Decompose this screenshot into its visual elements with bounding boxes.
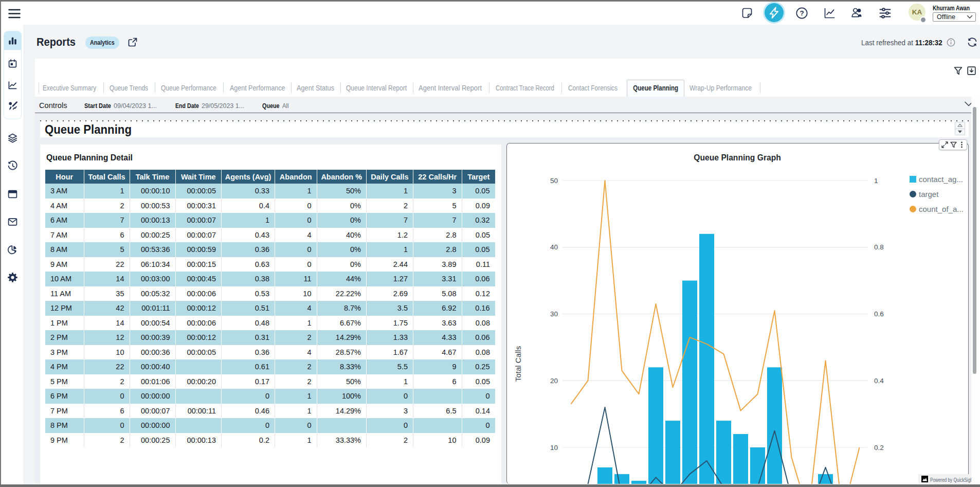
svg-text:40: 40: [550, 243, 558, 251]
svg-text:0.8: 0.8: [874, 243, 884, 251]
svg-text:10: 10: [550, 444, 558, 452]
svg-text:20: 20: [550, 377, 558, 385]
svg-text:1: 1: [874, 177, 878, 185]
svg-text:?: ?: [800, 9, 804, 17]
svg-text:0.4: 0.4: [874, 377, 884, 385]
svg-text:0.6: 0.6: [874, 310, 884, 318]
svg-text:50: 50: [550, 177, 558, 185]
svg-text:30: 30: [550, 310, 558, 318]
svg-text:0.2: 0.2: [874, 444, 884, 452]
